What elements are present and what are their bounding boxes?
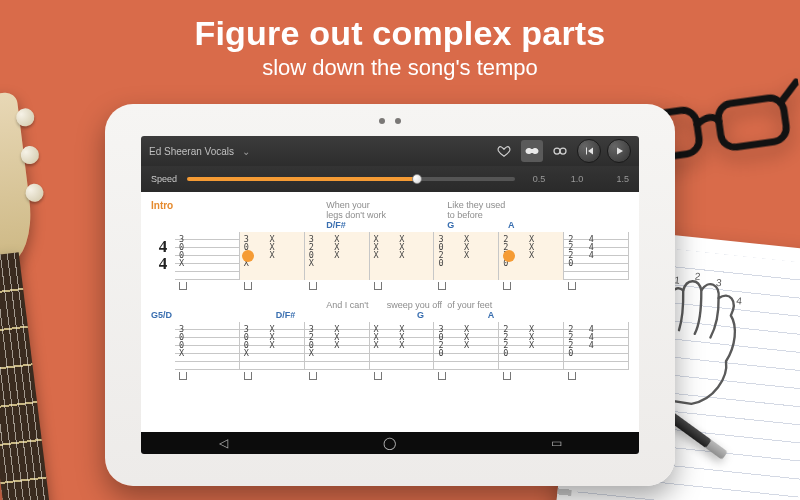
lyric-text: sweep you off xyxy=(387,300,448,310)
lyric-text xyxy=(508,300,569,310)
lyric-text: And I can't xyxy=(326,300,387,310)
promo-heading: Figure out complex parts slow down the s… xyxy=(0,14,800,81)
lyric-text xyxy=(508,200,569,220)
fret-numbers: 3 X 0 X 0 X X xyxy=(244,325,275,357)
svg-text:3: 3 xyxy=(716,277,723,289)
tab-bar[interactable]: X X X X X X xyxy=(370,232,435,280)
tab-bar[interactable]: 3 0 0 X xyxy=(175,322,240,370)
home-icon[interactable]: ◯ xyxy=(383,436,396,450)
chord-label: A xyxy=(508,220,569,230)
fret-numbers: 3 X 2 X 0 X X xyxy=(309,325,340,357)
chord-label: G5/D xyxy=(151,310,205,320)
lyric-text: of your feet xyxy=(447,300,508,310)
strum-mark xyxy=(179,282,187,290)
lyric-text xyxy=(568,300,629,310)
tab-bar[interactable]: 3 X 0 X 2 X 0 xyxy=(434,322,499,370)
strum-mark xyxy=(244,282,252,290)
playhead-cursor[interactable] xyxy=(242,250,254,262)
player-toolbar: Ed Sheeran Vocals ⌄ xyxy=(141,136,639,166)
favorite-button[interactable] xyxy=(493,140,515,162)
chevron-down-icon[interactable]: ⌄ xyxy=(242,146,250,157)
fret-numbers: 3 0 0 X xyxy=(179,235,184,267)
tab-bar[interactable]: 3 X 0 X 0 X X xyxy=(240,322,305,370)
fret-numbers: X X X X X X xyxy=(374,325,405,349)
instrument-guitar-icon[interactable] xyxy=(521,140,543,162)
strum-mark xyxy=(179,372,187,380)
chord-label: G xyxy=(417,310,488,320)
fret-numbers: 2 4 2 4 2 4 0 xyxy=(568,235,594,267)
chord-label xyxy=(205,310,276,320)
tab-bar[interactable]: 2 X 2 X 2 X 0 xyxy=(499,232,564,280)
fret-numbers: 3 X 0 X 2 X 0 xyxy=(438,325,469,357)
tab-bar[interactable]: 2 4 2 4 2 4 0 xyxy=(564,322,629,370)
fret-numbers: 2 X 2 X 2 X 0 xyxy=(503,325,534,357)
section-label: Intro xyxy=(151,200,205,220)
time-signature: 4 4 xyxy=(154,238,172,272)
lyric-text: Like they used to before xyxy=(447,200,508,220)
tab-bar[interactable]: 3 0 0 X xyxy=(175,232,240,280)
play-button[interactable] xyxy=(607,139,631,163)
lyric-text xyxy=(205,300,266,310)
lyric-text xyxy=(205,200,266,220)
strum-mark xyxy=(374,282,382,290)
tab-bar[interactable]: 2 X 2 X 2 X 0 xyxy=(499,322,564,370)
fret-numbers: X X X X X X xyxy=(374,235,405,259)
speed-tick: 1.0 xyxy=(563,174,591,184)
fret-numbers: 2 4 2 4 2 4 0 xyxy=(568,325,594,357)
tab-bar[interactable]: 3 X 0 X 0 X X xyxy=(240,232,305,280)
chord-label: D/F# xyxy=(326,220,387,230)
tab-bar[interactable]: 3 X 2 X 0 X X xyxy=(305,232,370,280)
strum-mark xyxy=(568,282,576,290)
strum-mark xyxy=(244,372,252,380)
svg-text:4: 4 xyxy=(736,295,743,307)
chord-label xyxy=(266,220,327,230)
app-screen: Ed Sheeran Vocals ⌄ xyxy=(141,136,639,454)
svg-point-7 xyxy=(560,148,566,154)
promo-subhead: slow down the song's tempo xyxy=(0,55,800,81)
fret-numbers: 3 X 0 X 2 X 0 xyxy=(438,235,469,267)
loop-button[interactable] xyxy=(549,140,571,162)
android-nav-bar: ◁ ◯ ▭ xyxy=(141,432,639,454)
tab-staff-2[interactable]: 3 0 0 X3 X 0 X 0 X X3 X 2 X 0 X XX X X X… xyxy=(151,322,629,370)
strum-mark xyxy=(438,282,446,290)
chord-label xyxy=(387,220,448,230)
strum-mark xyxy=(503,372,511,380)
tab-bar[interactable]: 2 4 2 4 2 4 0 xyxy=(564,232,629,280)
track-title[interactable]: Ed Sheeran Vocals xyxy=(149,146,234,157)
lyric-text: When your legs don't work xyxy=(326,200,387,220)
speed-control-row: Speed 0.5 1.0 1.5 xyxy=(141,166,639,192)
svg-point-6 xyxy=(554,148,560,154)
strum-mark xyxy=(309,372,317,380)
chord-label xyxy=(346,310,417,320)
chord-label: D/F# xyxy=(276,310,347,320)
promo-headline: Figure out complex parts xyxy=(0,14,800,53)
chord-label xyxy=(568,220,629,230)
fret-numbers: 3 X 2 X 0 X X xyxy=(309,235,340,267)
speed-slider[interactable] xyxy=(187,177,515,181)
lyric-text xyxy=(266,300,327,310)
speed-tick: 0.5 xyxy=(525,174,553,184)
strum-mark xyxy=(438,372,446,380)
chord-label: G xyxy=(447,220,508,230)
tablet-device: Ed Sheeran Vocals ⌄ xyxy=(105,104,675,486)
tablature-area[interactable]: Intro When your legs don't workLike they… xyxy=(141,192,639,432)
lyric-text xyxy=(568,200,629,220)
tab-bar[interactable]: 3 X 2 X 0 X X xyxy=(305,322,370,370)
svg-rect-1 xyxy=(717,96,788,149)
lyric-text xyxy=(266,200,327,220)
strum-mark xyxy=(374,372,382,380)
fret-numbers: 3 0 0 X xyxy=(179,325,184,357)
lyric-text xyxy=(387,200,448,220)
svg-text:2: 2 xyxy=(694,271,701,283)
playhead-cursor[interactable] xyxy=(503,250,515,262)
strum-mark xyxy=(309,282,317,290)
back-icon[interactable]: ◁ xyxy=(219,436,228,450)
chord-label: A xyxy=(488,310,559,320)
rewind-button[interactable] xyxy=(577,139,601,163)
tab-bar[interactable]: X X X X X X xyxy=(370,322,435,370)
recent-icon[interactable]: ▭ xyxy=(551,436,562,450)
tab-staff-1[interactable]: 4 4 3 0 0 X3 X 0 X 0 X X3 X 2 X 0 X XX X… xyxy=(151,232,629,280)
chord-label xyxy=(558,310,629,320)
speed-tick: 1.5 xyxy=(601,174,629,184)
tab-bar[interactable]: 3 X 0 X 2 X 0 xyxy=(434,232,499,280)
